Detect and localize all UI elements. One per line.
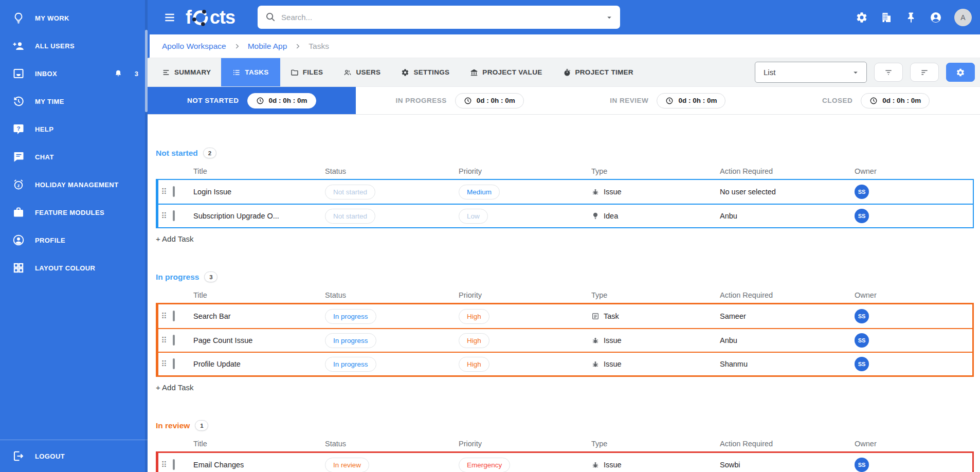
status-segment-in-review[interactable]: IN REVIEW 0d : 0h : 0m <box>564 87 772 114</box>
action-required[interactable]: Sameer <box>720 312 855 320</box>
status-pill[interactable]: Not started <box>325 185 375 199</box>
row-checkbox[interactable] <box>173 459 175 470</box>
task-title[interactable]: Page Count Issue <box>193 336 325 344</box>
owner-avatar[interactable]: SS <box>855 309 869 323</box>
tab-tasks[interactable]: TASKS <box>221 58 280 86</box>
sidebar-item-label: MY TIME <box>35 98 64 105</box>
inbox-badge[interactable]: 3 <box>114 69 138 78</box>
action-required[interactable]: Shanmu <box>720 360 855 368</box>
sidebar-item-all-users[interactable]: ALL USERS <box>0 32 148 60</box>
status-pill[interactable]: Not started <box>325 209 375 224</box>
drag-handle-icon[interactable]: ⠿ <box>158 460 170 469</box>
drag-handle-icon[interactable]: ⠿ <box>158 211 170 221</box>
drag-handle-icon[interactable]: ⠿ <box>158 187 170 196</box>
tab-settings[interactable]: SETTINGS <box>394 58 457 86</box>
status-segment-not-started[interactable]: NOT STARTED 0d : 0h : 0m <box>148 87 356 114</box>
tab-files[interactable]: FILES <box>283 58 331 86</box>
table-row[interactable]: ⠿ Subscription Upgrade O... Not started … <box>158 204 973 227</box>
search-caret-down-icon[interactable] <box>605 13 614 22</box>
hamburger-menu-icon[interactable] <box>163 11 176 24</box>
action-required[interactable]: Anbu <box>720 336 855 344</box>
task-title[interactable]: Profile Update <box>193 360 325 368</box>
sidebar-item-chat[interactable]: CHAT <box>0 143 148 171</box>
owner-avatar[interactable]: SS <box>855 185 869 199</box>
task-title[interactable]: Search Bar <box>193 312 325 320</box>
sidebar-item-layout-colour[interactable]: LAYOUT COLOUR <box>0 254 148 282</box>
account-icon[interactable] <box>930 11 942 24</box>
sidebar-item-inbox[interactable]: INBOX 3 <box>0 60 148 87</box>
filter-button[interactable] <box>874 63 903 82</box>
svg-text:z: z <box>17 183 20 188</box>
sidebar-scrollbar-thumb[interactable] <box>145 30 148 112</box>
priority-pill[interactable]: High <box>459 357 489 372</box>
search-input[interactable] <box>258 6 620 29</box>
priority-pill[interactable]: High <box>459 333 489 348</box>
group-header: In review 1 <box>156 420 974 431</box>
add-task-button[interactable]: + Add Task <box>156 234 194 243</box>
status-pill[interactable]: In review <box>325 458 369 472</box>
drag-handle-icon[interactable]: ⠿ <box>158 336 170 345</box>
sidebar-item-my-time[interactable]: MY TIME <box>0 87 148 115</box>
action-required[interactable]: Sowbi <box>720 461 855 469</box>
owner-avatar[interactable]: SS <box>855 333 869 348</box>
table-row[interactable]: ⠿ Login Issue Not started Medium Issue N… <box>158 180 973 204</box>
priority-pill[interactable]: Emergency <box>459 458 510 472</box>
task-title[interactable]: Email Changes <box>193 461 325 469</box>
time-chip-value: 0d : 0h : 0m <box>882 97 921 104</box>
tab-users[interactable]: USERS <box>336 58 388 86</box>
task-title[interactable]: Subscription Upgrade O... <box>193 212 325 220</box>
sidebar-item-feature-modules[interactable]: FEATURE MODULES <box>0 198 148 226</box>
sidebar-item-logout[interactable]: LOGOUT <box>0 440 148 472</box>
sort-button[interactable] <box>910 63 939 82</box>
status-pill[interactable]: In progress <box>325 357 376 372</box>
pin-icon[interactable] <box>905 11 917 24</box>
sidebar-item-help[interactable]: ? HELP <box>0 115 148 143</box>
settings-icon[interactable] <box>856 11 868 24</box>
status-pill[interactable]: In progress <box>325 333 376 348</box>
priority-pill[interactable]: Low <box>459 209 488 224</box>
action-required[interactable]: Anbu <box>720 212 855 220</box>
table-row[interactable]: ⠿ Search Bar In progress High Task Samee… <box>158 304 972 328</box>
timer-icon <box>563 68 571 77</box>
breadcrumb-project-link[interactable]: Mobile App <box>248 42 287 51</box>
row-checkbox[interactable] <box>173 210 175 221</box>
action-required[interactable]: No user selected <box>720 188 855 196</box>
row-checkbox[interactable] <box>173 335 175 346</box>
inbox-icon <box>12 67 25 80</box>
priority-pill[interactable]: High <box>459 309 489 324</box>
sidebar-scrollbar[interactable] <box>145 0 148 472</box>
sidebar-item-my-work[interactable]: MY WORK <box>0 4 148 32</box>
priority-pill[interactable]: Medium <box>459 185 500 199</box>
row-checkbox[interactable] <box>173 186 175 197</box>
row-checkbox[interactable] <box>173 358 175 369</box>
owner-avatar[interactable]: SS <box>855 458 869 472</box>
tab-summary[interactable]: SUMMARY <box>155 58 218 86</box>
sidebar-item-label: PROFILE <box>35 237 65 244</box>
building-icon[interactable] <box>880 11 893 24</box>
status-pill[interactable]: In progress <box>325 309 376 324</box>
drag-handle-icon[interactable]: ⠿ <box>158 312 170 321</box>
status-segment-closed[interactable]: CLOSED 0d : 0h : 0m <box>772 87 980 114</box>
board-settings-button[interactable] <box>946 63 975 82</box>
user-avatar[interactable]: A <box>954 9 972 26</box>
tab-project-value[interactable]: PROJECT VALUE <box>463 58 549 86</box>
row-checkbox[interactable] <box>173 311 175 321</box>
add-task-button[interactable]: + Add Task <box>156 383 194 392</box>
task-title[interactable]: Login Issue <box>193 188 325 196</box>
table-row[interactable]: ⠿ Profile Update In progress High Issue … <box>158 352 972 375</box>
table-row[interactable]: ⠿ Email Changes In review Emergency Issu… <box>158 453 972 472</box>
col-owner: Owner <box>855 291 974 299</box>
tab-project-timer[interactable]: PROJECT TIMER <box>556 58 641 86</box>
table-row[interactable]: ⠿ Page Count Issue In progress High Issu… <box>158 328 972 352</box>
breadcrumb-workspace-link[interactable]: Apollo Workspace <box>162 42 226 51</box>
sidebar: MY WORK ALL USERS INBOX 3 MY TIME ? <box>0 0 148 472</box>
sidebar-item-holiday-management[interactable]: z HOLIDAY MANAGEMENT <box>0 171 148 198</box>
col-type: Type <box>591 291 720 299</box>
sidebar-item-profile[interactable]: PROFILE <box>0 226 148 254</box>
drag-handle-icon[interactable]: ⠿ <box>158 359 170 369</box>
status-segment-in-progress[interactable]: IN PROGRESS 0d : 0h : 0m <box>356 87 564 114</box>
logout-icon <box>12 450 25 462</box>
owner-avatar[interactable]: SS <box>855 209 869 223</box>
view-mode-select[interactable]: List <box>755 62 867 83</box>
owner-avatar[interactable]: SS <box>855 357 869 371</box>
